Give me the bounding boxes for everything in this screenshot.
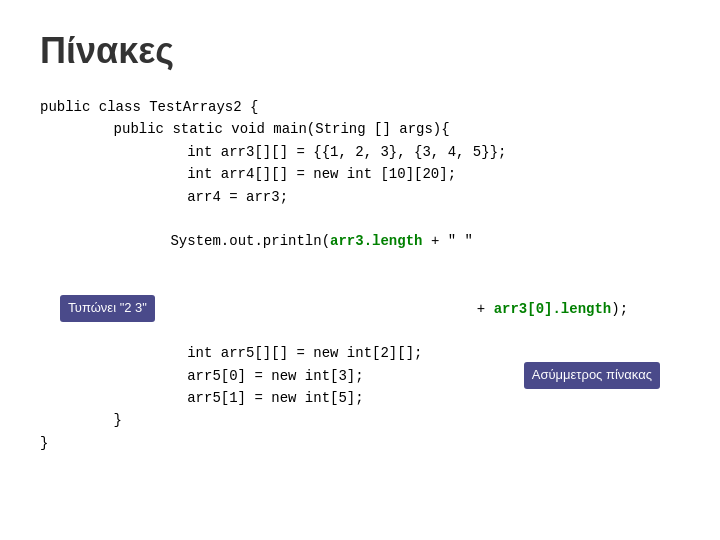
code-text-plus: + — [275, 301, 493, 317]
code-text-println: System.out.println( — [170, 233, 330, 249]
code-text-close-paren: ); — [611, 301, 628, 317]
page: Πίνακες public class TestArrays2 { publi… — [0, 0, 720, 540]
code-line-2: public static void main(String [] args){ — [80, 118, 680, 140]
page-title: Πίνακες — [40, 30, 680, 72]
code-arr3-0-length: arr3[0].length — [494, 301, 612, 317]
code-line-11: } — [80, 409, 680, 431]
code-line-12: } — [40, 432, 680, 454]
code-block: public class TestArrays2 { public static… — [40, 96, 680, 454]
tooltip-asymmetros: Ασύμμετρος πίνακας — [524, 362, 660, 389]
tooltip-typonei: Τυπώνει "2 3" — [60, 295, 155, 322]
code-line-5: arr4 = arr3; — [120, 186, 680, 208]
code-line-3: int arr3[][] = {{1, 2, 3}, {3, 4, 5}}; — [120, 141, 680, 163]
code-line-1: public class TestArrays2 { — [40, 96, 680, 118]
code-line-6: System.out.println(arr3.length + " " — [120, 208, 680, 275]
code-line-9-container: arr5[0] = new int[3]; Ασύμμετρος πίνακας — [40, 365, 680, 387]
code-line-8: int arr5[][] = new int[2][]; — [120, 342, 680, 364]
code-line-10: arr5[1] = new int[5]; — [120, 387, 680, 409]
code-line-7-container: Τυπώνει "2 3" + arr3[0].length); — [40, 275, 680, 342]
code-line-4: int arr4[][] = new int [10][20]; — [120, 163, 680, 185]
code-arr3-length: arr3.length — [330, 233, 422, 249]
code-text-plus-space: + " " — [422, 233, 472, 249]
code-line-7: + arr3[0].length); — [208, 275, 628, 342]
